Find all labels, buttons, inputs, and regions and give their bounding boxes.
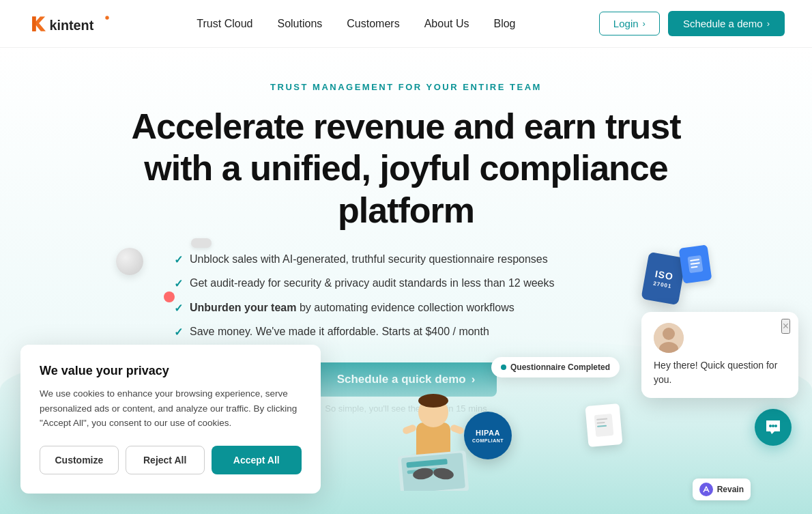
svg-point-24 [663,328,675,340]
cookie-banner: We value your privacy We use cookies to … [20,345,321,494]
svg-text:kintent: kintent [49,18,93,33]
hero-title: Accelerate revenue and earn trust with a… [126,106,686,231]
feature-item: ✓ Unburden your team by automating evide… [174,300,638,316]
svg-point-28 [774,425,777,427]
schedule-demo-button[interactable]: Schedule a demo › [668,11,785,36]
svg-point-26 [769,425,772,427]
svg-rect-8 [450,424,465,435]
iso-text: ISO [654,268,675,281]
reject-all-button[interactable]: Reject All [126,446,205,474]
revain-badge[interactable]: Revain [693,479,751,500]
check-icon: ✓ [174,276,183,291]
revain-logo-icon [699,483,713,496]
blue-document-icon [679,244,712,283]
nav-about-us[interactable]: About Us [424,18,469,30]
accept-all-button[interactable]: Accept All [212,446,302,474]
status-dot [501,365,506,370]
iso-badge: ISO 27001 [641,252,686,305]
login-button[interactable]: Login › [599,12,660,35]
decorative-pill [191,238,212,248]
svg-point-6 [418,394,448,408]
demo-arrow-icon: › [767,18,770,29]
customize-button[interactable]: Customize [40,446,119,474]
chat-avatar [654,323,684,353]
revain-label: Revain [717,485,744,494]
nav-solutions[interactable]: Solutions [277,18,322,30]
cookie-title: We value your privacy [40,364,302,378]
chat-close-button[interactable]: × [781,319,790,334]
cookie-text: We use cookies to enhance your browsing … [40,386,302,431]
cookie-actions: Customize Reject All Accept All [40,446,302,474]
check-icon: ✓ [174,253,183,268]
login-arrow-icon: › [643,18,646,29]
small-document-icon [585,403,622,447]
check-icon: ✓ [174,301,183,316]
questionnaire-badge: Questionnaire Completed [491,357,620,377]
nav-customers[interactable]: Customers [347,18,399,30]
chat-message: Hey there! Quick question for you. [654,358,786,387]
feature-item: ✓ Get audit-ready for security & privacy… [174,276,638,291]
nav-links: Trust Cloud Solutions Customers About Us… [197,18,515,30]
nav-blog[interactable]: Blog [493,18,515,30]
person-illustration [379,354,488,491]
logo[interactable]: kintent [27,12,113,36]
nav-trust-cloud[interactable]: Trust Cloud [197,18,252,30]
hero-subtitle: TRUST MANAGEMENT FOR YOUR ENTIRE TEAM [27,82,785,92]
decorative-sphere [116,248,143,275]
svg-point-2 [105,16,108,19]
svg-point-27 [772,425,774,427]
svg-rect-7 [402,424,417,435]
nav-actions: Login › Schedule a demo › [599,11,785,36]
chat-bubble-button[interactable] [755,409,792,446]
chat-widget: × Hey there! Quick question for you. [641,312,798,398]
decorative-circle [164,291,175,302]
chat-bubble-icon [764,418,783,437]
navbar: kintent Trust Cloud Solutions Customers … [0,0,812,48]
feature-item: ✓ Unblock sales with AI-generated, truth… [174,252,638,268]
svg-point-29 [699,483,713,496]
